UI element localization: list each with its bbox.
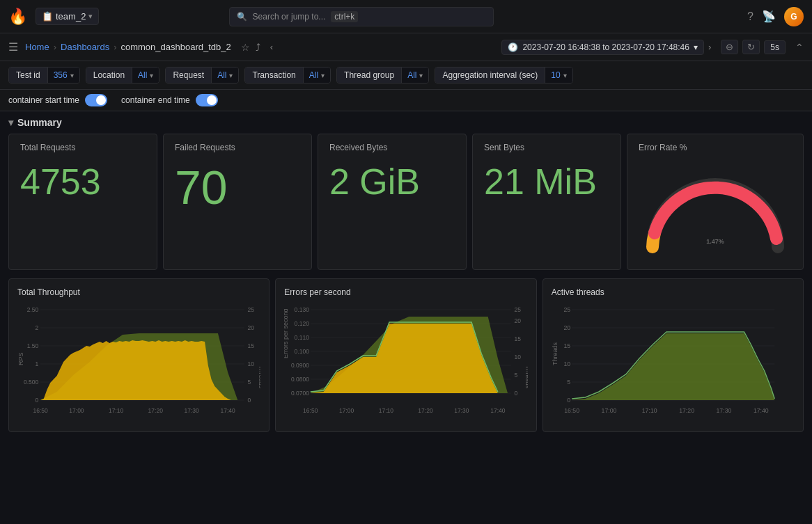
svg-text:5: 5 <box>247 379 251 386</box>
received-bytes-card: Received Bytes 2 GiB <box>318 134 467 270</box>
collapse-icon[interactable]: ⌃ <box>795 42 804 53</box>
container-start-toggle[interactable] <box>85 94 107 106</box>
svg-text:20: 20 <box>247 324 254 331</box>
svg-text:15: 15 <box>515 335 522 342</box>
request-value[interactable]: All ▾ <box>212 68 238 83</box>
svg-text:17:40: 17:40 <box>754 407 769 414</box>
active-threads-chart-card: Active threads 0 5 10 15 20 25 Threads 1… <box>542 278 804 432</box>
search-placeholder: Search or jump to... <box>253 12 326 22</box>
time-range-picker[interactable]: 🕐 2023-07-20 16:48:38 to 2023-07-20 17:4… <box>501 40 704 55</box>
throughput-svg: 0 0.500 1 1.50 2 2.50 0 5 10 15 20 25 RP… <box>17 303 260 421</box>
svg-text:25: 25 <box>563 306 570 313</box>
test-id-label: Test id <box>9 68 48 83</box>
svg-text:10: 10 <box>563 360 570 367</box>
errors-svg: 0.0700 0.0800 0.0900 0.100 0.110 0.120 0… <box>284 303 527 421</box>
svg-text:RPS: RPS <box>17 352 24 365</box>
aggregation-label: Aggregation interval (sec) <box>435 68 545 83</box>
total-requests-value: 4753 <box>20 164 146 200</box>
thread-group-chevron-icon: ▾ <box>419 72 423 79</box>
transaction-value[interactable]: All ▾ <box>304 68 330 83</box>
error-rate-card: Error Rate % 1.47% <box>627 134 804 270</box>
svg-text:20: 20 <box>563 324 570 331</box>
svg-text:5: 5 <box>515 372 518 379</box>
topnav-right-actions: ? 📡 G <box>747 7 804 26</box>
test-id-filter[interactable]: Test id 356 ▾ <box>8 67 80 84</box>
svg-text:16:50: 16:50 <box>33 407 47 414</box>
user-avatar[interactable]: G <box>784 7 804 26</box>
search-bar[interactable]: 🔍 Search or jump to... ctrl+k <box>229 7 494 26</box>
svg-text:10: 10 <box>515 354 522 360</box>
svg-text:0.0700: 0.0700 <box>291 390 309 397</box>
svg-text:20: 20 <box>515 317 522 324</box>
svg-text:0.0800: 0.0800 <box>291 376 309 383</box>
svg-text:0.500: 0.500 <box>24 379 38 386</box>
breadcrumb-sep2: › <box>114 42 116 52</box>
svg-text:Errors per second: Errors per second <box>284 308 289 358</box>
svg-text:0.120: 0.120 <box>295 320 309 327</box>
filters-bar: Test id 356 ▾ Location All ▾ Request All… <box>0 61 812 90</box>
aggregation-chevron-icon: ▾ <box>563 72 567 79</box>
news-icon[interactable]: 📡 <box>762 10 776 23</box>
svg-text:2.50: 2.50 <box>27 306 39 313</box>
aggregation-filter[interactable]: Aggregation interval (sec) 10 ▾ <box>435 67 572 84</box>
request-chevron-icon: ▾ <box>229 72 233 79</box>
throughput-chart-card: Total Throughput 0 0.500 1 1.50 2 2.50 0… <box>8 278 270 432</box>
thread-group-value[interactable]: All ▾ <box>402 68 428 83</box>
zoom-out-button[interactable]: ⊖ <box>721 40 738 54</box>
refresh-button[interactable]: ↻ <box>742 40 760 54</box>
svg-text:17:10: 17:10 <box>109 407 123 414</box>
svg-text:0.110: 0.110 <box>295 334 309 341</box>
time-prev-icon[interactable]: ‹ <box>270 42 273 52</box>
share-icon[interactable]: ⤴ <box>256 42 260 53</box>
toggle-row: container start time container end time <box>0 90 812 111</box>
test-id-value[interactable]: 356 ▾ <box>48 68 79 83</box>
svg-text:16:50: 16:50 <box>564 407 579 414</box>
time-range-label: 2023-07-20 16:48:38 to 2023-07-20 17:48:… <box>522 42 689 52</box>
breadcrumb-dashboards[interactable]: Dashboards <box>61 42 109 52</box>
location-filter[interactable]: Location All ▾ <box>86 67 160 84</box>
time-range-chevron-icon: ▾ <box>694 42 698 52</box>
summary-arrow-icon: ▾ <box>8 117 13 128</box>
stat-cards-row: Total Requests 4753 Failed Requests 70 R… <box>0 134 812 278</box>
grafana-logo: 🔥 <box>8 8 27 26</box>
breadcrumb-bar: ☰ Home › Dashboards › common_dashboard_t… <box>0 33 812 61</box>
svg-text:2: 2 <box>35 324 38 331</box>
hamburger-menu-icon[interactable]: ☰ <box>8 40 18 54</box>
failed-requests-card: Failed Requests 70 <box>163 134 312 270</box>
help-icon[interactable]: ? <box>747 10 754 23</box>
container-end-toggle[interactable] <box>196 94 218 106</box>
request-label: Request <box>166 68 212 83</box>
svg-text:17:00: 17:00 <box>339 407 354 414</box>
chart-row: Total Throughput 0 0.500 1 1.50 2 2.50 0… <box>0 278 812 440</box>
container-start-label: container start time <box>8 95 79 105</box>
active-threads-svg: 0 5 10 15 20 25 Threads 16:50 17:00 17:1… <box>552 303 795 421</box>
svg-text:17:20: 17:20 <box>679 407 694 414</box>
star-icon[interactable]: ☆ <box>241 42 250 53</box>
throughput-title: Total Throughput <box>17 287 260 297</box>
refresh-rate-selector[interactable]: 5s <box>764 40 786 54</box>
time-next-icon[interactable]: › <box>708 42 711 52</box>
svg-text:17:20: 17:20 <box>148 407 163 414</box>
team-icon: 📋 <box>42 11 53 22</box>
summary-section-header[interactable]: ▾ Summary <box>0 111 812 134</box>
transaction-filter[interactable]: Transaction All ▾ <box>244 67 331 84</box>
svg-text:25: 25 <box>515 306 522 313</box>
toggle-knob <box>96 95 106 105</box>
thread-group-filter[interactable]: Thread group All ▾ <box>336 67 429 84</box>
svg-text:17:40: 17:40 <box>220 407 235 414</box>
sent-bytes-label: Sent Bytes <box>484 143 609 152</box>
svg-text:0: 0 <box>247 397 251 404</box>
svg-text:17:10: 17:10 <box>641 407 657 414</box>
svg-text:0: 0 <box>567 397 570 404</box>
svg-text:1.47%: 1.47% <box>706 238 724 245</box>
aggregation-value[interactable]: 10 ▾ <box>545 68 572 83</box>
gauge-svg: 1.47% <box>639 164 792 261</box>
test-id-chevron-icon: ▾ <box>70 72 74 79</box>
request-filter[interactable]: Request All ▾ <box>165 67 239 84</box>
breadcrumb-actions: ☆ ⤴ <box>241 42 260 53</box>
sent-bytes-card: Sent Bytes 21 MiB <box>472 134 621 270</box>
location-value[interactable]: All ▾ <box>132 68 159 83</box>
breadcrumb-home[interactable]: Home <box>25 42 49 52</box>
team-selector[interactable]: 📋 team_2 ▾ <box>36 8 99 25</box>
breadcrumb-current: common_dashboard_tdb_2 <box>120 42 231 52</box>
